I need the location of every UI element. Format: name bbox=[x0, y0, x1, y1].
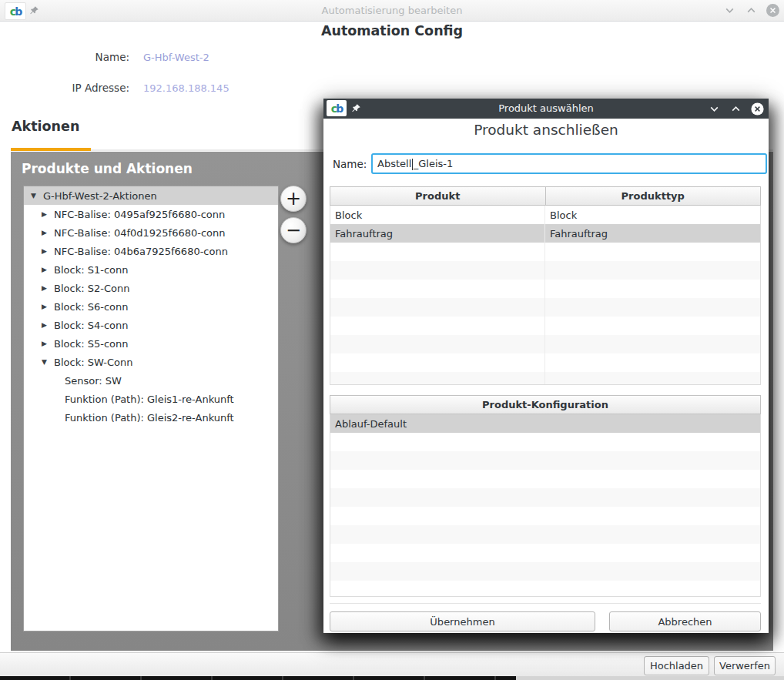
tree-expand-icon[interactable]: ▶ bbox=[39, 210, 49, 218]
column-header-produkttyp[interactable]: Produkttyp bbox=[545, 186, 762, 206]
empty-table-row[interactable] bbox=[330, 298, 760, 317]
tree-item[interactable]: Funktion (Path): Gleis1-re-Ankunft bbox=[24, 390, 278, 408]
taskbar-sliver[interactable] bbox=[0, 676, 784, 680]
add-button[interactable]: + bbox=[280, 186, 307, 212]
window-close-icon[interactable] bbox=[766, 4, 779, 17]
tree-item-label: NFC-Balise: 0495af925f6680-conn bbox=[54, 209, 225, 220]
empty-table-row[interactable] bbox=[330, 280, 760, 298]
table-cell bbox=[545, 298, 760, 317]
app-logo-icon: cb bbox=[5, 2, 26, 20]
dialog-pin-icon[interactable] bbox=[351, 103, 361, 113]
tree-collapse-icon[interactable]: ▼ bbox=[28, 192, 39, 199]
ip-label: IP Adresse: bbox=[0, 82, 129, 94]
input-text-before-caret: Abstell bbox=[377, 158, 411, 169]
tree-item[interactable]: ▶Block: S6-conn bbox=[24, 297, 278, 316]
table-cell bbox=[330, 261, 545, 280]
tree-item-label: Block: SW-Conn bbox=[54, 357, 132, 368]
tree-item[interactable]: ▶NFC-Balise: 0495af925f6680-conn bbox=[24, 205, 278, 223]
tree-item[interactable]: ▶Block: S5-conn bbox=[24, 334, 278, 353]
name-value[interactable]: G-Hbf-West-2 bbox=[143, 52, 209, 63]
empty-config-row[interactable] bbox=[330, 544, 760, 562]
table-cell bbox=[545, 261, 760, 280]
abbrechen-button[interactable]: Abbrechen bbox=[609, 611, 761, 631]
tree-item[interactable]: ▼G-Hbf-West-2-Aktionen bbox=[24, 186, 278, 205]
empty-config-row[interactable] bbox=[330, 525, 760, 544]
empty-table-row[interactable] bbox=[330, 317, 760, 335]
config-cell bbox=[330, 470, 760, 488]
window-minimize-icon[interactable] bbox=[723, 4, 736, 17]
tree-item-label: Funktion (Path): Gleis1-re-Ankunft bbox=[65, 394, 234, 405]
product-table-body[interactable]: BlockBlockFahrauftragFahrauftrag bbox=[330, 206, 761, 385]
window-maximize-icon[interactable] bbox=[745, 4, 758, 17]
tree-item-label: Funktion (Path): Gleis2-re-Ankunft bbox=[65, 412, 234, 424]
panel-title: Produkte und Aktionen bbox=[22, 161, 193, 176]
table-cell bbox=[330, 353, 545, 372]
empty-config-row[interactable] bbox=[330, 581, 760, 597]
tree-item[interactable]: ▶Block: S2-Conn bbox=[24, 279, 278, 297]
empty-table-row[interactable] bbox=[330, 353, 760, 372]
empty-config-row[interactable] bbox=[330, 470, 760, 488]
dialog-logo-icon: cb bbox=[327, 100, 347, 116]
tree-expand-icon[interactable]: ▶ bbox=[39, 303, 49, 310]
empty-table-row[interactable] bbox=[330, 243, 760, 261]
table-cell bbox=[330, 243, 545, 261]
tree-item[interactable]: Funktion (Path): Gleis2-re-Ankunft bbox=[24, 408, 278, 427]
tree-expand-icon[interactable]: ▶ bbox=[39, 321, 49, 329]
tree-expand-icon[interactable]: ▶ bbox=[39, 247, 49, 255]
empty-config-row[interactable] bbox=[330, 488, 760, 507]
tree-expand-icon[interactable]: ▶ bbox=[39, 340, 49, 347]
tree-collapse-icon[interactable]: ▼ bbox=[39, 358, 49, 366]
dialog-maximize-icon[interactable] bbox=[729, 102, 742, 116]
tree-item-label: Block: S2-Conn bbox=[54, 283, 129, 294]
remove-button[interactable]: − bbox=[280, 217, 307, 243]
config-row[interactable]: Ablauf-Default bbox=[330, 414, 760, 433]
column-header-konfiguration[interactable]: Produkt-Konfiguration bbox=[330, 395, 761, 414]
empty-config-row[interactable] bbox=[330, 562, 760, 581]
tree-expand-icon[interactable]: ▶ bbox=[39, 284, 49, 292]
tree-item-label: NFC-Balise: 04b6a7925f6680-conn bbox=[54, 246, 228, 257]
tree-item-label: NFC-Balise: 04f0d1925f6680-conn bbox=[54, 227, 226, 239]
config-cell bbox=[330, 581, 760, 597]
config-table-body[interactable]: Ablauf-Default bbox=[330, 414, 761, 597]
ip-value[interactable]: 192.168.188.145 bbox=[143, 82, 230, 94]
taskbar-windows-segment[interactable] bbox=[0, 676, 516, 680]
tree-item-label: Block: S1-conn bbox=[54, 264, 128, 276]
ip-field-row: IP Adresse: 192.168.188.145 bbox=[0, 82, 230, 94]
table-cell: Block bbox=[545, 206, 760, 224]
empty-config-row[interactable] bbox=[330, 507, 760, 525]
verwerfen-button[interactable]: Verwerfen bbox=[714, 656, 776, 675]
actions-tree[interactable]: ▼G-Hbf-West-2-Aktionen▶NFC-Balise: 0495a… bbox=[23, 186, 279, 631]
column-header-produkt[interactable]: Produkt bbox=[330, 186, 546, 206]
pin-icon[interactable] bbox=[29, 5, 39, 15]
table-cell bbox=[330, 298, 545, 317]
empty-table-row[interactable] bbox=[330, 261, 760, 280]
tree-expand-icon[interactable]: ▶ bbox=[39, 266, 49, 273]
config-cell bbox=[330, 562, 760, 581]
tree-item[interactable]: ▶NFC-Balise: 04f0d1925f6680-conn bbox=[24, 223, 278, 242]
dialog-close-icon[interactable] bbox=[751, 102, 764, 116]
empty-config-row[interactable] bbox=[330, 433, 760, 451]
uebernehmen-button[interactable]: Übernehmen bbox=[330, 611, 595, 631]
tree-item[interactable]: Sensor: SW bbox=[24, 371, 278, 390]
config-cell bbox=[330, 544, 760, 562]
tab-aktionen[interactable]: Aktionen bbox=[12, 119, 79, 134]
name-label: Name: bbox=[0, 51, 129, 63]
name-field-row: Name: G-Hbf-West-2 bbox=[0, 51, 209, 63]
dialog-minimize-icon[interactable] bbox=[708, 102, 721, 116]
tree-item[interactable]: ▶NFC-Balise: 04b6a7925f6680-conn bbox=[24, 242, 278, 260]
empty-table-row[interactable] bbox=[330, 372, 760, 385]
tree-expand-icon[interactable]: ▶ bbox=[39, 229, 49, 236]
config-cell bbox=[330, 507, 760, 525]
tree-item[interactable]: ▶Block: S1-conn bbox=[24, 260, 278, 279]
table-row[interactable]: BlockBlock bbox=[330, 206, 760, 224]
hochladen-button[interactable]: Hochladen bbox=[644, 656, 709, 675]
table-cell: Fahrauftrag bbox=[330, 224, 545, 243]
empty-table-row[interactable] bbox=[330, 335, 760, 353]
tree-item[interactable]: ▼Block: SW-Conn bbox=[24, 353, 278, 371]
empty-config-row[interactable] bbox=[330, 451, 760, 470]
table-row[interactable]: FahrauftragFahrauftrag bbox=[330, 224, 760, 243]
product-name-input[interactable]: Abstell_Gleis-1 bbox=[371, 153, 767, 174]
tree-item[interactable]: ▶Block: S4-conn bbox=[24, 316, 278, 334]
page-title: Automation Config bbox=[0, 23, 784, 39]
main-titlebar: cb Automatisierung bearbeiten bbox=[0, 0, 784, 22]
